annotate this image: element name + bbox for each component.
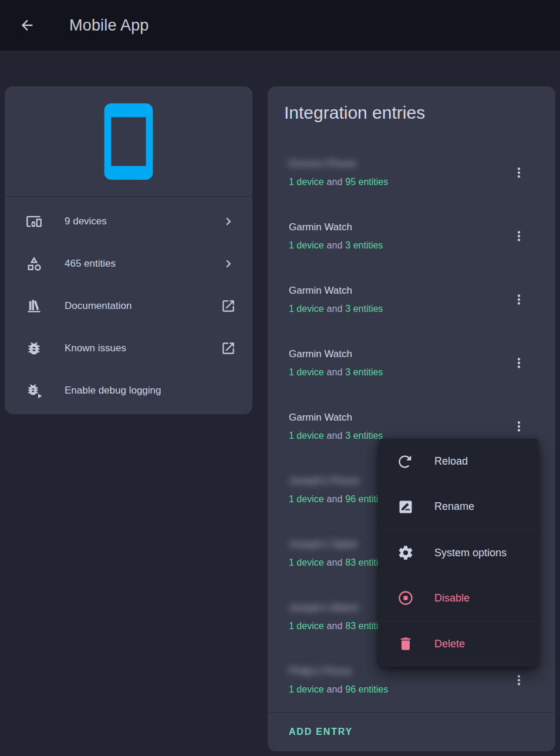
card-footer: ADD ENTRY [268,712,555,751]
subtitle-connector: and [327,556,343,570]
chevron-right-icon [221,256,236,271]
rename-box-icon [397,499,414,515]
device-count-link[interactable]: 1 device [289,365,324,379]
dots-vertical-icon [511,673,527,688]
subtitle-connector: and [327,175,343,189]
info-item-entities[interactable]: 465 entities [5,243,252,285]
device-info-menu: 9 devices 465 entities Documentation Kno… [5,197,252,414]
entity-count-link[interactable]: 96 entities [345,683,388,697]
dots-vertical-icon [511,229,527,244]
chevron-right-icon [221,214,236,229]
info-item-documentation[interactable]: Documentation [5,285,252,327]
info-item-devices[interactable]: 9 devices [5,200,252,243]
page-title: Mobile App [69,16,149,35]
device-count-link[interactable]: 1 device [289,302,324,316]
context-menu-item-disable[interactable]: Disable [379,576,538,621]
entry-row: Garmin Watch 1 device and 3 entities [268,268,555,331]
entry-name: Emma's Phone [289,157,505,171]
device-count-link[interactable]: 1 device [289,492,324,506]
entry-menu-button[interactable] [505,666,533,694]
entity-count-link[interactable]: 95 entities [345,175,388,189]
entity-count-link[interactable]: 3 entities [345,238,383,253]
app-header: Mobile App [0,0,560,51]
context-menu-item-rename[interactable]: Rename [379,484,538,529]
entry-name: Garmin Watch [289,284,505,298]
device-count-link[interactable]: 1 device [289,619,324,633]
cellphone-icon [87,100,170,183]
entry-menu-button[interactable] [505,159,533,187]
subtitle-connector: and [327,492,343,506]
integration-icon-area [5,86,252,197]
bookshelf-icon [26,298,42,314]
device-info-card: 9 devices 465 entities Documentation Kno… [5,86,252,414]
dots-vertical-icon [511,419,527,434]
device-count-link[interactable]: 1 device [289,683,324,697]
context-menu-item-delete[interactable]: Delete [379,621,538,667]
subtitle-connector: and [327,238,343,253]
context-menu-item-reload[interactable]: Reload [379,439,538,484]
subtitle-connector: and [327,619,343,633]
entry-menu-button[interactable] [505,412,533,441]
subtitle-connector: and [327,429,343,443]
entry-menu-button[interactable] [505,285,533,314]
arrow-left-icon [19,17,35,33]
open-in-new-icon [221,298,236,314]
entry-row: Emma's Phone 1 device and 95 entities [268,141,555,204]
shapes-icon [26,256,42,272]
gear-icon [397,545,414,561]
devices-icon [26,213,42,230]
device-count-link[interactable]: 1 device [289,238,324,253]
entry-context-menu: Reload Rename System options Disable Del… [379,439,538,667]
open-in-new-icon [221,341,236,356]
entry-row: Garmin Watch 1 device and 3 entities [268,331,555,395]
entity-count-link[interactable]: 3 entities [345,429,383,443]
entry-row: Garmin Watch 1 device and 3 entities [268,204,555,268]
info-item-debug-logging[interactable]: Enable debug logging [5,369,252,412]
add-entry-button[interactable]: ADD ENTRY [289,727,353,737]
reload-icon [397,453,414,470]
entry-menu-button[interactable] [505,222,533,250]
bug-play-icon [26,382,42,399]
stop-circle-icon [397,590,414,606]
device-count-link[interactable]: 1 device [289,175,324,189]
dots-vertical-icon [511,165,527,180]
context-menu-item-system-options[interactable]: System options [379,529,538,575]
subtitle-connector: and [327,365,343,379]
card-title: Integration entries [268,86,555,124]
device-count-link[interactable]: 1 device [289,556,324,570]
trash-icon [397,636,414,652]
dots-vertical-icon [511,355,527,371]
entry-name: Garmin Watch [289,411,505,425]
entry-name: Garmin Watch [289,220,505,234]
entity-count-link[interactable]: 3 entities [345,302,383,316]
bug-icon [26,340,42,357]
subtitle-connector: and [327,683,343,697]
device-count-link[interactable]: 1 device [289,429,324,443]
info-item-known-issues[interactable]: Known issues [5,327,252,369]
entry-name: Garmin Watch [289,347,505,361]
dots-vertical-icon [511,292,527,307]
subtitle-connector: and [327,302,343,316]
entity-count-link[interactable]: 3 entities [345,365,383,379]
entry-menu-button[interactable] [505,349,533,377]
back-button[interactable] [13,11,41,39]
